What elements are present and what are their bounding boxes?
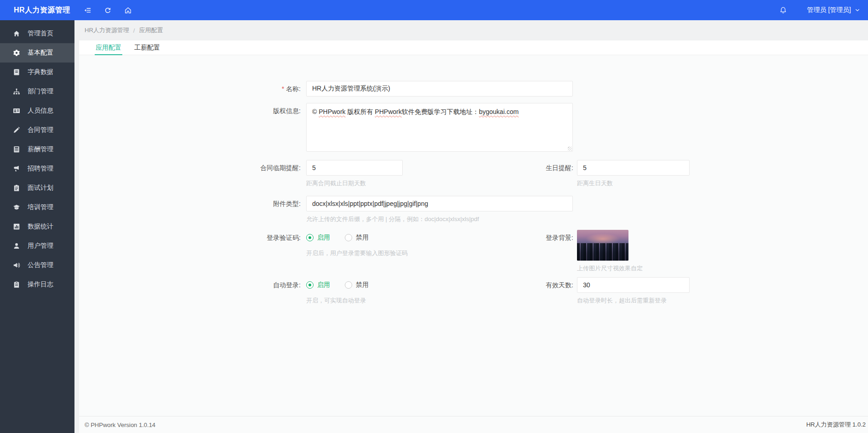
org-chart-icon: [13, 88, 20, 95]
header-left-icons: [77, 0, 138, 20]
form-row-copyright: 版权信息: © PHPwork 版权所有 PHPwork软件免费版学习下载地址：…: [79, 103, 868, 152]
bar-chart-icon: [13, 223, 20, 230]
sidebar-nav: 管理首页 基本配置 字典数据 部门管理 人员信息 合同管理: [0, 20, 74, 433]
attach-input[interactable]: [306, 196, 573, 211]
content-card: 应用配置 工薪配置 *名称:: [79, 40, 868, 433]
valid-days-input[interactable]: [577, 277, 690, 293]
footer-version-left: © PHPwork Version 1.0.14: [85, 422, 155, 428]
user-icon: [13, 242, 20, 250]
auto-login-disable-radio[interactable]: 禁用: [345, 281, 369, 289]
captcha-label: 登录验证码:: [79, 230, 301, 272]
sidebar-item-users[interactable]: 用户管理: [0, 236, 74, 256]
calculator-icon: [13, 146, 20, 153]
page-footer: © PHPwork Version 1.0.14 HR人力资源管理 1.0.2: [79, 416, 868, 433]
sidebar-item-label: 操作日志: [28, 280, 53, 289]
sidebar-item-label: 人员信息: [28, 107, 53, 115]
attach-label: 附件类型:: [79, 196, 301, 223]
copyright-textarea[interactable]: © PHPwork 版权所有 PHPwork软件免费版学习下载地址：bygouk…: [306, 103, 573, 152]
copyright-label: 版权信息:: [79, 103, 301, 152]
form-row-name: *名称:: [79, 81, 868, 97]
valid-days-help: 自动登录时长，超出后需重新登录: [577, 296, 690, 305]
speaker-icon: [13, 262, 20, 269]
form-row-reminders: 合同临期提醒: 距离合同截止日期天数 生日提醒: 距离生日天数: [79, 160, 868, 188]
copyright-text: ©: [312, 108, 319, 115]
tab-app-config[interactable]: 应用配置: [89, 40, 128, 55]
breadcrumb-root[interactable]: HR人力资源管理: [85, 26, 129, 34]
birthday-input[interactable]: [577, 160, 690, 176]
login-background-thumbnail[interactable]: [577, 230, 628, 261]
header-right: 管理员 [管理员]: [773, 0, 868, 20]
contract-due-help: 距离合同截止日期天数: [306, 179, 403, 188]
contract-due-input[interactable]: [306, 160, 403, 176]
footer-version-right: HR人力资源管理 1.0.2: [806, 421, 866, 429]
home-icon: [13, 30, 20, 37]
bell-icon[interactable]: [773, 0, 793, 20]
refresh-icon[interactable]: [97, 0, 118, 20]
captcha-enable-radio[interactable]: 启用: [306, 234, 330, 242]
home-icon[interactable]: [118, 0, 138, 20]
log-file-icon: [13, 281, 20, 288]
form-row-captcha: 登录验证码: 启用 禁用: [79, 230, 868, 272]
sidebar-item-basic-config[interactable]: 基本配置: [0, 43, 74, 63]
graduation-cap-icon: [13, 204, 20, 211]
user-menu[interactable]: 管理员 [管理员]: [807, 6, 861, 14]
sidebar-item-label: 合同管理: [28, 126, 53, 134]
main-area: HR人力资源管理 / 应用配置 应用配置 工薪配置: [74, 20, 868, 433]
radio-dot-icon: [306, 281, 314, 289]
sidebar-item-department[interactable]: 部门管理: [0, 82, 74, 101]
sidebar-item-salary[interactable]: 薪酬管理: [0, 140, 74, 159]
sidebar-item-label: 面试计划: [28, 184, 53, 192]
contract-due-label: 合同临期提醒:: [79, 160, 301, 188]
breadcrumb: HR人力资源管理 / 应用配置: [74, 20, 868, 40]
sidebar-item-label: 用户管理: [28, 242, 53, 250]
collapse-sidebar-icon[interactable]: [77, 0, 97, 20]
auto-login-label: 自动登录:: [79, 277, 301, 305]
contract-pen-icon: [13, 126, 20, 134]
form-row-autologin: 自动登录: 启用 禁用: [79, 277, 868, 305]
radio-label: 启用: [317, 234, 330, 242]
sidebar-item-label: 培训管理: [28, 203, 53, 211]
copyright-text: bygoukai.com: [479, 108, 519, 115]
captcha-help: 开启后，用户登录需要输入图形验证码: [306, 249, 408, 257]
name-input[interactable]: [306, 81, 573, 97]
sidebar-item-recruit[interactable]: 招聘管理: [0, 159, 74, 178]
sidebar-item-personnel[interactable]: 人员信息: [0, 101, 74, 120]
captcha-disable-radio[interactable]: 禁用: [345, 234, 369, 242]
sidebar-item-contract[interactable]: 合同管理: [0, 120, 74, 140]
app-title: HR人力资源管理: [0, 6, 74, 15]
radio-label: 禁用: [356, 281, 369, 289]
breadcrumb-current: 应用配置: [139, 26, 163, 34]
attach-help: 允许上传的文件后缀，多个用 | 分隔，例如：doc|docx|xlsx|xls|…: [306, 215, 573, 223]
valid-days-label: 有效天数:: [507, 277, 573, 305]
chevron-down-icon: [854, 7, 861, 13]
tab-label: 工薪配置: [134, 44, 160, 52]
id-card-icon: [13, 107, 20, 114]
copyright-text: PHPwork: [375, 108, 401, 115]
book-icon: [13, 68, 20, 76]
birthday-label: 生日提醒:: [507, 160, 573, 188]
tab-salary-config[interactable]: 工薪配置: [128, 40, 166, 55]
sidebar-item-operation-log[interactable]: 操作日志: [0, 275, 74, 294]
radio-label: 禁用: [356, 234, 369, 242]
tab-bar: 应用配置 工薪配置: [79, 40, 868, 55]
sidebar-item-training[interactable]: 培训管理: [0, 198, 74, 217]
sidebar-item-interview[interactable]: 面试计划: [0, 178, 74, 198]
gear-icon: [13, 49, 20, 57]
required-mark: *: [282, 85, 284, 92]
birthday-help: 距离生日天数: [577, 179, 690, 188]
radio-dot-icon: [345, 234, 352, 241]
auto-login-enable-radio[interactable]: 启用: [306, 281, 330, 289]
login-bg-label: 登录背景:: [507, 230, 573, 273]
sidebar-item-label: 薪酬管理: [28, 145, 53, 154]
sidebar-item-announcement[interactable]: 公告管理: [0, 256, 74, 275]
sidebar-item-statistics[interactable]: 数据统计: [0, 217, 74, 236]
sidebar-item-label: 管理首页: [28, 29, 53, 38]
app-window: HR人力资源管理 管理员 [管理员]: [0, 0, 868, 433]
tab-label: 应用配置: [96, 44, 121, 52]
sidebar-item-label: 招聘管理: [28, 165, 53, 173]
sidebar-item-home[interactable]: 管理首页: [0, 24, 74, 43]
radio-dot-icon: [306, 234, 314, 241]
sidebar-item-dict-data[interactable]: 字典数据: [0, 63, 74, 82]
megaphone-icon: [13, 165, 20, 172]
sidebar-item-label: 基本配置: [28, 49, 53, 57]
